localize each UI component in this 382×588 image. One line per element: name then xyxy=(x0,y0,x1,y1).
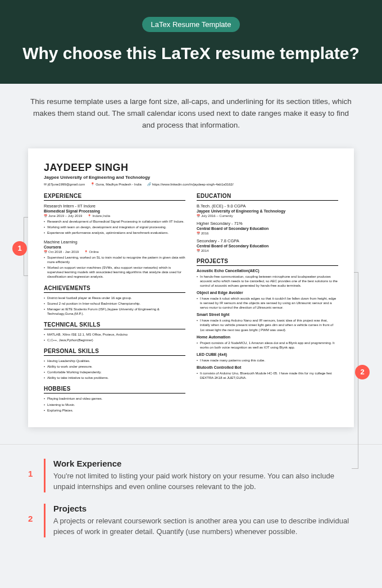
bullet-item: Having Leadership Qualities. xyxy=(44,359,185,363)
bullet-item: Exploring Places. xyxy=(44,408,185,413)
bullet-item: MATLAB, Xilinx ISE 12.1, MS Office, Prot… xyxy=(44,332,185,337)
contact-row: j67june1999@gmail.com Guna, Madhya Prade… xyxy=(44,182,338,186)
section-hobbies: HOBBIES xyxy=(44,386,185,393)
hero-title: Why choose this LaTeX resume template? xyxy=(22,42,360,64)
edu-school: Central Board of Secondary Education xyxy=(197,227,338,230)
job-role: Machine Learning xyxy=(44,239,185,245)
bullet-item: Manager at IETE Students Forum (ISF),Jay… xyxy=(44,307,185,316)
job-date: June 2019 – July 2019 xyxy=(44,214,82,218)
edu-date: 2016 xyxy=(197,232,208,235)
category-badge: LaTex Resume Template xyxy=(142,17,240,32)
project-name: Object and Edge Avoider xyxy=(197,291,338,295)
resume-preview-wrap: 1 2 JAYDEEP SINGH Jaypee University of E… xyxy=(0,143,382,444)
annotations-section: 1 Work Experience You're not limited to … xyxy=(0,445,382,566)
section-personalskills: PERSONAL SKILLS xyxy=(44,348,185,356)
annotation-title: Work Experience xyxy=(53,459,354,468)
job-role: Research Intern - IIT Indore xyxy=(44,203,185,209)
bullet-item: Scored 2 nd position in Inter-school Bad… xyxy=(44,301,185,306)
annotation-title: Projects xyxy=(53,504,354,513)
edu-degree: B.Tech. (ECE) - 9.0 CGPA xyxy=(197,203,338,209)
project-bullet: I have made it robot which avoids edges … xyxy=(197,296,338,310)
project-bullet: In hands-free communication, coupling be… xyxy=(197,274,338,288)
annotation-number: 2 xyxy=(28,504,36,523)
edu-date: 2014 xyxy=(197,249,208,252)
job-date: Oct 2018 - Jan 2019 xyxy=(44,250,79,254)
edu-date: July 2016 – Currently xyxy=(197,214,233,218)
job-bullet: Experience with performance analysis, op… xyxy=(44,230,185,235)
project-name: Acoustic Echo Cancellation(AEC) xyxy=(197,269,338,273)
intro-text: This resume template uses a large font s… xyxy=(0,84,382,143)
job-loc: Online xyxy=(84,250,98,254)
bullet-item: Playing badminton and video games. xyxy=(44,396,185,401)
section-experience: EXPERIENCE xyxy=(44,193,185,201)
edu-degree: Secondary - 7.8 CGPA xyxy=(197,238,338,243)
annotation-text: A projects or relevant coursework sectio… xyxy=(53,515,354,537)
job-loc: Indore,India xyxy=(88,214,110,218)
left-column: EXPERIENCE Research Intern - IIT Indore … xyxy=(44,193,185,414)
section-techskills: TECHNICAL SKILLS xyxy=(44,322,185,329)
bullet-item: Ability to work under pressure. xyxy=(44,364,185,369)
bullet-item: Listening to Music. xyxy=(44,402,185,407)
edu-degree: Higher Secondary - 71% xyxy=(197,221,338,226)
annotation-text: You're not limited to listing your paid … xyxy=(53,471,354,492)
section-education: EDUCATION xyxy=(197,193,338,201)
job-bullet: Supervised Learning, worked on SL to tra… xyxy=(44,255,185,264)
edu-school: Jaypee University of Engineering & Techn… xyxy=(197,209,338,213)
annotation-number: 1 xyxy=(28,459,36,478)
job-sub: Biomedical Signal Processing xyxy=(44,209,185,213)
hero-section: LaTex Resume Template Why choose this La… xyxy=(0,0,382,84)
section-projects: PROJECTS xyxy=(197,258,338,266)
resume-name: JAYDEEP SINGH xyxy=(44,162,338,174)
contact-email: j67june1999@gmail.com xyxy=(44,182,85,186)
contact-link: https://www.linkedin.com/in/jaydeep-sing… xyxy=(147,182,234,186)
bullet-item: District level football player at Rewa u… xyxy=(44,296,185,300)
section-achievements: ACHIEVEMENTS xyxy=(44,285,185,293)
callout-marker-2: 2 xyxy=(355,365,370,379)
right-column: EDUCATION B.Tech. (ECE) - 9.0 CGPA Jaype… xyxy=(197,193,338,414)
bullet-item: C,C++, Java,Python(Beginner) xyxy=(44,338,185,342)
project-bullet: I have made it using Arduino Nano and IR… xyxy=(197,318,338,332)
edu-school: Central Board of Secondary Education xyxy=(197,244,338,248)
project-bullet: Project consists of 2 NodeMCU, 1 Amazon … xyxy=(197,341,338,350)
bullet-item: Comfortable Working Independently. xyxy=(44,370,185,374)
project-name: Home Automation xyxy=(197,335,338,339)
project-name: Smart Street light xyxy=(197,313,338,316)
project-name: Blutooth Controlled Bot xyxy=(197,365,338,369)
job-bullet: Research and development of Biomedical S… xyxy=(44,219,185,224)
job-sub: Coursera xyxy=(44,245,185,249)
bullet-item: Ability to take initiative to solve prob… xyxy=(44,376,185,380)
resume-document: JAYDEEP SINGH Jaypee University of Engin… xyxy=(28,148,354,427)
job-bullet: Worked on support vector machines (SVMs,… xyxy=(44,265,185,279)
resume-subtitle: Jaypee University of Engineering and Tec… xyxy=(44,175,338,180)
project-bullet: It consists of Arduino Uno, Bluetooth Mo… xyxy=(197,371,338,380)
job-bullet: Working with team on design, development… xyxy=(44,225,185,229)
callout-marker-1: 1 xyxy=(12,241,27,256)
contact-location: Guna, Madhya Pradesh - India xyxy=(90,182,142,186)
project-name: LED CUBE (4x4) xyxy=(197,352,338,356)
project-bullet: I have made many patterns using this cub… xyxy=(197,358,338,363)
